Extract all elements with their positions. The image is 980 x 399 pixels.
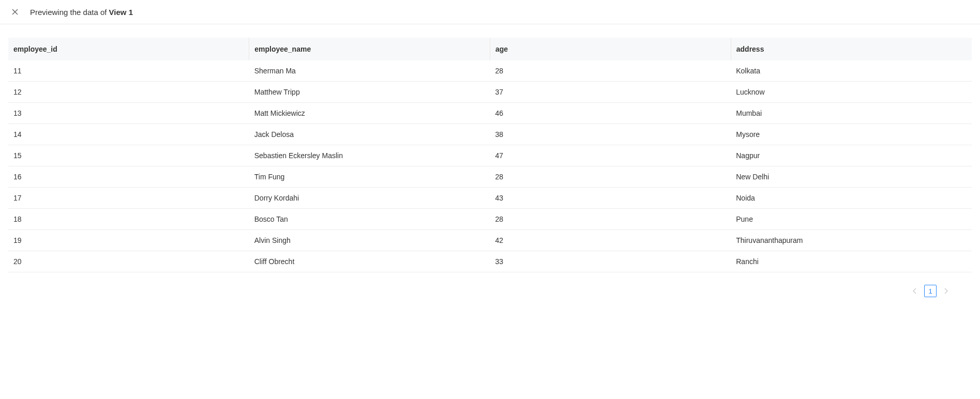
table-body: 11 Sherman Ma 28 Kolkata 12 Matthew Trip… (8, 60, 972, 272)
cell-age: 42 (490, 230, 731, 251)
cell-age: 46 (490, 103, 731, 124)
cell-employee-id: 20 (8, 251, 249, 272)
table-row[interactable]: 19 Alvin Singh 42 Thiruvananthapuram (8, 230, 972, 251)
cell-employee-id: 12 (8, 82, 249, 103)
table-row[interactable]: 11 Sherman Ma 28 Kolkata (8, 60, 972, 82)
cell-employee-name: Matthew Tripp (249, 82, 490, 103)
cell-address: Nagpur (731, 145, 972, 166)
cell-address: Thiruvananthapuram (731, 230, 972, 251)
cell-employee-id: 14 (8, 124, 249, 145)
cell-employee-name: Sherman Ma (249, 60, 490, 82)
cell-address: Lucknow (731, 82, 972, 103)
cell-employee-id: 18 (8, 209, 249, 230)
cell-employee-name: Tim Fung (249, 166, 490, 188)
column-header-employee-name[interactable]: employee_name (249, 38, 490, 60)
cell-address: Noida (731, 188, 972, 209)
table-header-row: employee_id employee_name age address (8, 38, 972, 60)
cell-employee-id: 11 (8, 60, 249, 82)
cell-address: Mysore (731, 124, 972, 145)
content-area: employee_id employee_name age address 11… (0, 24, 980, 297)
preview-header: Previewing the data of View 1 (0, 0, 980, 24)
cell-age: 37 (490, 82, 731, 103)
cell-address: Ranchi (731, 251, 972, 272)
cell-employee-name: Jack Delosa (249, 124, 490, 145)
cell-age: 28 (490, 60, 731, 82)
table-row[interactable]: 15 Sebastien Eckersley Maslin 47 Nagpur (8, 145, 972, 166)
title-prefix: Previewing the data of (30, 8, 109, 17)
column-header-address[interactable]: address (731, 38, 972, 60)
table-row[interactable]: 13 Matt Mickiewicz 46 Mumbai (8, 103, 972, 124)
column-header-age[interactable]: age (490, 38, 731, 60)
table-row[interactable]: 20 Cliff Obrecht 33 Ranchi (8, 251, 972, 272)
pagination-next-icon[interactable] (941, 286, 951, 296)
cell-employee-name: Alvin Singh (249, 230, 490, 251)
close-icon[interactable] (10, 7, 20, 17)
pagination: 1 (8, 272, 972, 297)
data-table: employee_id employee_name age address 11… (8, 38, 972, 272)
cell-employee-id: 19 (8, 230, 249, 251)
cell-age: 28 (490, 166, 731, 188)
cell-employee-id: 15 (8, 145, 249, 166)
table-row[interactable]: 17 Dorry Kordahi 43 Noida (8, 188, 972, 209)
cell-employee-name: Matt Mickiewicz (249, 103, 490, 124)
table-row[interactable]: 14 Jack Delosa 38 Mysore (8, 124, 972, 145)
table-row[interactable]: 12 Matthew Tripp 37 Lucknow (8, 82, 972, 103)
pagination-prev-icon[interactable] (910, 286, 920, 296)
table-row[interactable]: 18 Bosco Tan 28 Pune (8, 209, 972, 230)
cell-address: Mumbai (731, 103, 972, 124)
cell-address: Pune (731, 209, 972, 230)
cell-employee-id: 13 (8, 103, 249, 124)
view-name: View 1 (109, 8, 133, 17)
table-row[interactable]: 16 Tim Fung 28 New Delhi (8, 166, 972, 188)
cell-address: Kolkata (731, 60, 972, 82)
cell-employee-name: Sebastien Eckersley Maslin (249, 145, 490, 166)
cell-age: 43 (490, 188, 731, 209)
cell-employee-id: 17 (8, 188, 249, 209)
page-title: Previewing the data of View 1 (30, 8, 133, 17)
cell-address: New Delhi (731, 166, 972, 188)
cell-employee-name: Bosco Tan (249, 209, 490, 230)
cell-employee-id: 16 (8, 166, 249, 188)
cell-age: 28 (490, 209, 731, 230)
cell-age: 47 (490, 145, 731, 166)
pagination-page-number[interactable]: 1 (924, 285, 937, 297)
cell-age: 38 (490, 124, 731, 145)
column-header-employee-id[interactable]: employee_id (8, 38, 249, 60)
cell-employee-name: Cliff Obrecht (249, 251, 490, 272)
cell-age: 33 (490, 251, 731, 272)
cell-employee-name: Dorry Kordahi (249, 188, 490, 209)
